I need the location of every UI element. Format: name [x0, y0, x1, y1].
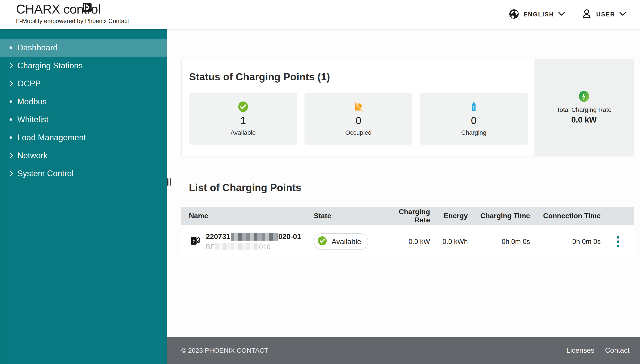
user-label: USER	[596, 11, 615, 18]
available-label: Available	[231, 129, 256, 136]
charging-label: Charging	[461, 129, 486, 136]
sidebar-item-label: Whitelist	[17, 115, 49, 124]
status-tile-occupied: 0 Occupied	[304, 92, 412, 145]
footer-links: Licenses Contact	[566, 346, 629, 354]
ev-charger-icon	[190, 236, 200, 248]
footer: © 2023 PHOENIX CONTACT Licenses Contact	[167, 337, 640, 364]
charging-time-cell: 0h 0m 0s	[468, 238, 530, 246]
status-tile-charging: 0 Charging	[420, 92, 528, 145]
header-controls: ENGLISH USER	[509, 0, 626, 29]
sidebar-resize-handle[interactable]	[167, 178, 171, 186]
status-badge: Available	[314, 233, 368, 250]
sidebar-nav: Dashboard Charging Stations OCPP Modbus …	[0, 38, 167, 182]
sidebar-item-network[interactable]: Network	[0, 146, 167, 164]
col-header-name: Name	[181, 212, 314, 220]
total-charging-rate-value: 0.0 kW	[571, 115, 597, 124]
app-header: CHARX control E-Mobility empowered by Ph…	[0, 0, 640, 29]
col-header-charging-time: Charging Time	[468, 212, 530, 220]
chevron-right-icon	[9, 170, 17, 176]
table-header-row: Name State Charging Rate Energy Charging…	[181, 207, 634, 225]
main-content: Status of Charging Points (1) 1 Availabl…	[167, 29, 640, 337]
charging-rate-cell: 0.0 kW	[387, 238, 430, 246]
status-card: Status of Charging Points (1) 1 Availabl…	[181, 58, 634, 156]
copyright-text: © 2023 PHOENIX CONTACT	[181, 347, 269, 354]
charging-point-serial: BF010	[206, 243, 301, 251]
charging-count: 0	[471, 116, 477, 126]
status-tiles: 1 Available 0 Occupied	[189, 92, 528, 145]
status-badge-label: Available	[332, 238, 361, 246]
no-charging-icon	[353, 101, 364, 113]
occupied-label: Occupied	[345, 129, 371, 136]
sidebar-item-whitelist[interactable]: Whitelist	[0, 110, 167, 128]
sidebar-item-ocpp[interactable]: OCPP	[0, 74, 167, 92]
sidebar-item-charging-stations[interactable]: Charging Stations	[0, 56, 167, 74]
sidebar-item-label: Charging Stations	[17, 61, 83, 70]
chevron-down-icon	[558, 11, 565, 18]
sidebar-item-label: System Control	[17, 169, 74, 178]
check-circle-icon	[317, 236, 327, 248]
col-header-energy: Energy	[430, 212, 468, 220]
available-count: 1	[240, 116, 246, 126]
bullet-icon	[9, 100, 17, 103]
redacted-pixelation	[231, 232, 278, 240]
battery-charging-icon	[468, 101, 479, 113]
globe-icon	[509, 9, 519, 20]
total-charging-rate-label: Total Charging Rate	[556, 106, 611, 114]
phoenix-contact-logo-icon	[83, 3, 92, 12]
sidebar-item-label: Load Management	[17, 133, 86, 142]
occupied-count: 0	[356, 116, 361, 126]
col-header-connection-time: Connection Time	[530, 212, 601, 220]
language-label: ENGLISH	[523, 11, 554, 18]
sidebar-item-label: Network	[17, 151, 48, 160]
energy-cell: 0.0 kWh	[430, 238, 468, 246]
sidebar-item-dashboard[interactable]: Dashboard	[0, 38, 167, 56]
licenses-link[interactable]: Licenses	[566, 346, 594, 354]
connection-time-cell: 0h 0m 0s	[530, 238, 601, 246]
charging-points-table: Name State Charging Rate Energy Charging…	[181, 207, 634, 258]
app-tagline: E-Mobility empowered by Phoenix Contact	[16, 18, 129, 25]
app-title: CHARX control	[16, 3, 129, 16]
total-charging-rate-panel: Total Charging Rate 0.0 kW	[534, 59, 633, 156]
sidebar-item-label: OCPP	[17, 79, 41, 88]
bullet-icon	[9, 136, 17, 139]
sidebar-item-system-control[interactable]: System Control	[0, 164, 167, 182]
sidebar-item-label: Modbus	[17, 97, 47, 106]
contact-link[interactable]: Contact	[605, 346, 629, 354]
sidebar-item-label: Dashboard	[17, 43, 58, 52]
user-icon	[581, 8, 592, 20]
list-title: List of Charging Points	[189, 182, 301, 194]
language-selector[interactable]: ENGLISH	[509, 9, 565, 20]
state-cell: Available	[314, 233, 387, 250]
actions-cell	[601, 233, 634, 250]
bullet-icon	[9, 46, 17, 49]
col-header-charging-rate: Charging Rate	[387, 208, 430, 224]
charging-point-name: 220731020-01	[206, 232, 301, 241]
charging-point-name-block: 220731020-01 BF010	[206, 232, 301, 251]
chevron-right-icon	[9, 80, 17, 86]
sidebar: Dashboard Charging Stations OCPP Modbus …	[0, 29, 167, 364]
row-kebab-menu-icon[interactable]	[611, 233, 625, 250]
app-logo: CHARX control E-Mobility empowered by Ph…	[16, 3, 129, 25]
redacted-pixelation	[215, 243, 259, 250]
status-card-title: Status of Charging Points (1)	[189, 71, 330, 83]
bullet-icon	[9, 118, 17, 121]
user-menu[interactable]: USER	[581, 8, 626, 20]
energy-bolt-icon	[578, 90, 590, 103]
table-row[interactable]: 220731020-01 BF010 Available	[181, 225, 634, 258]
chevron-right-icon	[9, 152, 17, 158]
check-circle-icon	[238, 101, 249, 113]
sidebar-item-load-management[interactable]: Load Management	[0, 128, 167, 146]
status-tile-available: 1 Available	[189, 92, 297, 145]
charging-point-name-cell: 220731020-01 BF010	[181, 232, 314, 251]
chevron-down-icon	[619, 11, 626, 18]
chevron-right-icon	[9, 62, 17, 68]
sidebar-item-modbus[interactable]: Modbus	[0, 92, 167, 110]
col-header-state: State	[314, 212, 387, 220]
